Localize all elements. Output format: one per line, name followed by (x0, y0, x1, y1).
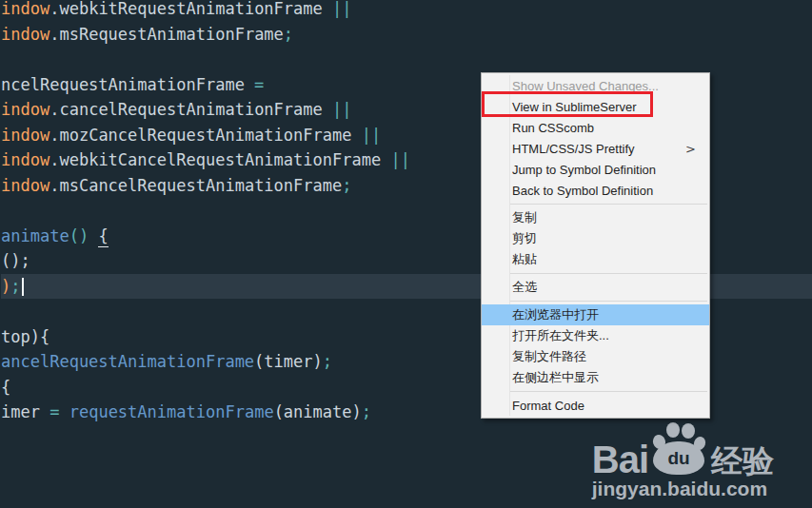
code-line-1: indow.webkitRequestAnimationFrame || (1, 0, 812, 22)
menu-item-open-containing-folder[interactable]: 打开所在文件夹... (482, 325, 709, 346)
code-token: requestAnimationFrame (69, 402, 274, 421)
code-token: . (50, 150, 59, 169)
code-token: . (50, 25, 59, 44)
code-token: indow (1, 0, 50, 18)
code-line-2: indow.msRequestAnimationFrame; (1, 22, 812, 48)
menu-item-open-in-browser[interactable]: 在浏览器中打开 (482, 304, 709, 325)
code-token: { (98, 226, 108, 247)
code-token: indow (1, 100, 50, 119)
code-token: || (332, 0, 351, 18)
menu-item-format-code[interactable]: Format Code (482, 395, 709, 416)
code-token: webkitRequestAnimationFrame (59, 0, 332, 18)
menu-item-label: 在浏览器中打开 (512, 306, 599, 323)
baidu-jingyan-watermark: Bai du 经验 jingyan.baidu.com (592, 422, 774, 500)
menu-separator (509, 273, 707, 274)
code-token: msRequestAnimationFrame (59, 25, 283, 44)
menu-item-back-to-symbol-definition[interactable]: Back to Symbol Definition (482, 180, 709, 201)
menu-separator (509, 204, 707, 205)
menu-item-label: Format Code (512, 399, 584, 413)
paw-toe (666, 422, 680, 438)
menu-item-label: 打开所在文件夹... (512, 327, 609, 344)
code-token: indow (1, 25, 50, 44)
menu-item-label: Show Unsaved Changes... (512, 79, 659, 93)
code-token: || (332, 100, 351, 119)
menu-item-cut[interactable]: 剪切 (482, 228, 709, 249)
menu-item-label: 剪切 (512, 230, 537, 247)
code-token: ; (10, 277, 20, 296)
code-token: . (50, 100, 59, 119)
baidu-paw-icon: du (652, 420, 705, 476)
code-token: ; (323, 352, 332, 371)
code-token: || (390, 150, 409, 169)
code-token: . (50, 0, 59, 18)
code-token: msCancelRequestAnimationFrame (59, 176, 342, 195)
code-token: ancelRequestAnimationFrame (1, 352, 254, 371)
menu-separator (509, 301, 707, 302)
menu-item-label: 全选 (512, 279, 537, 296)
text-caret (22, 278, 24, 296)
menu-item-label: 复制 (512, 209, 537, 226)
paw-toe (682, 423, 695, 439)
context-menu: Show Unsaved Changes...View in SublimeSe… (481, 72, 710, 419)
code-token: (); (1, 251, 30, 270)
menu-item-label: HTML/CSS/JS Prettify (512, 142, 635, 156)
menu-item-label: Jump to Symbol Definition (512, 163, 656, 177)
code-line-3 (1, 47, 812, 72)
code-token: ; (284, 25, 293, 44)
code-token: = (254, 75, 264, 94)
menu-item-show-unsaved-changes: Show Unsaved Changes... (482, 75, 709, 96)
code-token: animate (1, 226, 69, 245)
code-token: indow (1, 176, 50, 195)
menu-item-select-all[interactable]: 全选 (482, 277, 709, 298)
code-token: mozCancelRequestAnimationFrame (59, 126, 361, 145)
code-token: top){ (1, 327, 50, 346)
code-token: ; (342, 176, 351, 195)
baidu-logo-bai: Bai (592, 444, 648, 476)
baidu-logo-jingyan: 经验 (711, 446, 774, 476)
code-token: || (362, 126, 381, 145)
code-token: cancelRequestAnimationFrame (59, 100, 332, 119)
menu-item-label: 粘贴 (512, 251, 537, 268)
menu-item-label: View in SublimeServer (512, 100, 637, 114)
paw-du-text: du (667, 449, 689, 467)
menu-item-label: 在侧边栏中显示 (512, 369, 599, 386)
code-token: indow (1, 126, 50, 145)
baidu-logo: Bai du 经验 (592, 422, 774, 476)
menu-item-label: Run CSScomb (512, 121, 594, 135)
code-token: ncelRequestAnimationFrame (1, 75, 254, 94)
menu-separator (509, 391, 707, 392)
menu-item-run-csscomb[interactable]: Run CSScomb (482, 117, 709, 138)
menu-item-label: 复制文件路径 (512, 348, 586, 365)
code-token: (animate) (274, 402, 362, 421)
code-token: webkitCancelRequestAnimationFrame (59, 150, 390, 169)
menu-item-reveal-in-sidebar[interactable]: 在侧边栏中显示 (482, 367, 709, 388)
paw-pad: du (653, 441, 704, 475)
submenu-arrow-icon: > (685, 142, 702, 156)
menu-item-html-css-js-prettify[interactable]: HTML/CSS/JS Prettify> (482, 138, 709, 159)
code-token: . (50, 176, 59, 195)
code-token: { (1, 378, 10, 397)
code-token: ) (1, 277, 10, 296)
menu-item-view-in-sublimeserver[interactable]: View in SublimeServer (482, 96, 709, 117)
code-token: ; (362, 402, 371, 421)
code-token: () (69, 226, 89, 245)
code-token: (timer) (254, 352, 323, 371)
menu-item-copy-file-path[interactable]: 复制文件路径 (482, 346, 709, 367)
menu-item-paste[interactable]: 粘贴 (482, 249, 709, 270)
watermark-url: jingyan.baidu.com (592, 478, 774, 500)
menu-item-label: Back to Symbol Definition (512, 184, 653, 198)
code-token: imer (1, 402, 50, 421)
code-token: . (50, 126, 59, 145)
code-token: indow (1, 150, 50, 169)
menu-item-jump-to-symbol-definition[interactable]: Jump to Symbol Definition (482, 159, 709, 180)
menu-item-copy[interactable]: 复制 (482, 207, 709, 228)
code-token (89, 226, 98, 245)
code-token (59, 402, 69, 421)
code-token: = (50, 402, 59, 421)
